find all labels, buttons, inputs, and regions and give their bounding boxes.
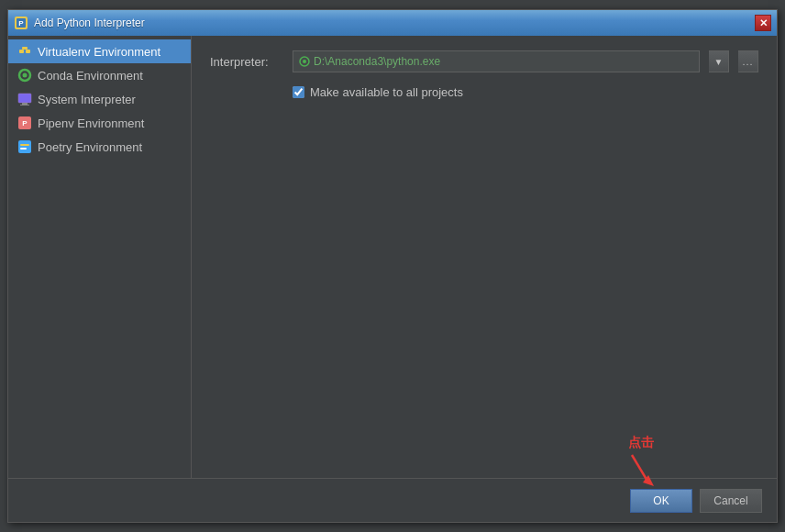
sidebar-label-virtualenv: Virtualenv Environment bbox=[38, 45, 160, 59]
virtualenv-icon bbox=[17, 44, 32, 59]
svg-rect-11 bbox=[20, 105, 29, 105]
make-available-label: Make available to all projects bbox=[310, 85, 463, 99]
make-available-checkbox[interactable] bbox=[293, 86, 304, 98]
python-path-icon bbox=[299, 56, 310, 67]
sidebar-item-system[interactable]: System Interpreter bbox=[8, 87, 191, 111]
svg-text:P: P bbox=[18, 19, 24, 28]
interpreter-label: Interpreter: bbox=[210, 55, 283, 69]
title-bar: P Add Python Interpreter ✕ bbox=[8, 10, 777, 36]
close-button[interactable]: ✕ bbox=[755, 15, 771, 31]
add-python-interpreter-dialog: P Add Python Interpreter ✕ Virtualenv En bbox=[7, 9, 778, 523]
interpreter-input[interactable]: D:\Anaconda3\python.exe bbox=[293, 50, 700, 72]
svg-point-8 bbox=[23, 73, 28, 78]
svg-text:P: P bbox=[22, 119, 28, 127]
dialog-body: Virtualenv Environment Conda Environment bbox=[8, 36, 777, 478]
conda-icon bbox=[17, 68, 32, 83]
sidebar-item-conda[interactable]: Conda Environment bbox=[8, 63, 191, 87]
sidebar-item-poetry[interactable]: Poetry Environment bbox=[8, 135, 191, 159]
bottom-bar: 点击 OK Cancel bbox=[8, 478, 777, 522]
svg-rect-16 bbox=[20, 148, 27, 150]
interpreter-more-button[interactable]: ... bbox=[738, 50, 758, 72]
svg-rect-10 bbox=[22, 103, 28, 105]
sidebar-label-conda: Conda Environment bbox=[38, 69, 143, 83]
svg-rect-14 bbox=[18, 140, 31, 153]
interpreter-dropdown-button[interactable]: ▼ bbox=[709, 50, 729, 72]
dialog-title: Add Python Interpreter bbox=[34, 17, 145, 29]
poetry-icon bbox=[17, 139, 32, 154]
system-icon bbox=[17, 92, 32, 106]
svg-rect-9 bbox=[18, 94, 31, 103]
interpreter-row: Interpreter: D:\Anaconda3\python.exe ▼ .… bbox=[210, 50, 758, 72]
svg-rect-4 bbox=[19, 50, 24, 53]
svg-point-18 bbox=[303, 60, 306, 63]
svg-rect-6 bbox=[22, 47, 28, 50]
available-to-projects-row: Make available to all projects bbox=[293, 85, 758, 99]
sidebar-label-system: System Interpreter bbox=[38, 93, 136, 106]
sidebar-label-pipenv: Pipenv Environment bbox=[38, 116, 144, 130]
right-panel: Interpreter: D:\Anaconda3\python.exe ▼ .… bbox=[192, 36, 777, 478]
pipenv-icon: P bbox=[17, 116, 32, 130]
sidebar-item-pipenv[interactable]: P Pipenv Environment bbox=[8, 111, 191, 135]
ok-button[interactable]: OK bbox=[630, 489, 692, 513]
svg-rect-15 bbox=[20, 144, 29, 146]
dialog-icon: P bbox=[14, 16, 28, 30]
sidebar: Virtualenv Environment Conda Environment bbox=[8, 36, 192, 478]
sidebar-item-virtualenv[interactable]: Virtualenv Environment bbox=[8, 39, 191, 63]
svg-rect-5 bbox=[26, 50, 30, 53]
sidebar-label-poetry: Poetry Environment bbox=[38, 140, 142, 154]
cancel-button[interactable]: Cancel bbox=[700, 489, 762, 513]
